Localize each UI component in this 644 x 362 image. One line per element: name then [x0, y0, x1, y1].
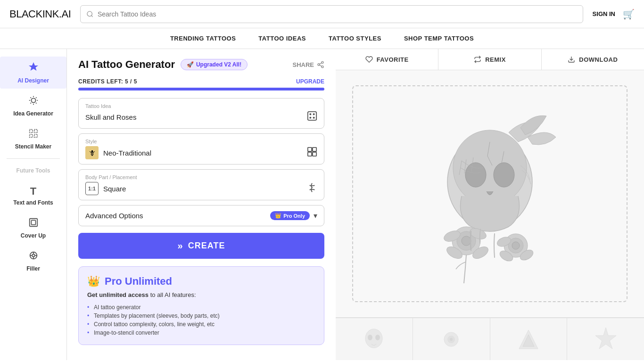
style-picker-icon[interactable] [307, 147, 317, 159]
thumbnail-3[interactable] [490, 318, 568, 360]
body-picker-icon[interactable] [307, 182, 317, 195]
tattoo-idea-field[interactable]: Tattoo Idea Skull and Roses [78, 98, 324, 129]
svg-line-9 [36, 98, 36, 98]
svg-point-24 [322, 66, 323, 68]
credits-row: CREDITS LEFT: 5 / 5 UPGRADE [78, 78, 324, 85]
pro-only-label: Pro Only [283, 213, 305, 219]
svg-point-63 [375, 335, 380, 340]
nav-item-styles[interactable]: TATTOO STYLES [329, 35, 381, 42]
body-part-label: Body Part / Placement [85, 174, 317, 180]
svg-rect-15 [31, 220, 35, 224]
svg-point-29 [314, 114, 314, 115]
pro-card-header: 👑 Pro Unlimited [87, 275, 315, 288]
advanced-options-label: Advanced Options [85, 212, 143, 220]
sidebar-item-filler[interactable]: Filler [0, 246, 66, 277]
sidebar-item-idea-generator[interactable]: Idea Generator [0, 90, 66, 122]
share-label: SHARE [292, 61, 314, 68]
heart-icon [365, 56, 373, 63]
sidebar-item-cover-up[interactable]: Cover Up [0, 213, 66, 244]
svg-rect-14 [29, 219, 37, 227]
favorite-label: FAVORITE [377, 56, 409, 63]
svg-rect-13 [34, 134, 37, 137]
share-button[interactable]: SHARE [292, 61, 324, 68]
svg-point-22 [322, 61, 323, 63]
sidebar-item-future-tools: Future Tools [0, 163, 66, 179]
create-arrows-icon: » [178, 240, 183, 251]
upgrade-link[interactable]: UPGRADE [296, 78, 324, 85]
svg-rect-34 [308, 147, 312, 151]
svg-rect-11 [34, 130, 37, 132]
pro-subtitle-bold: Get unlimited access [87, 291, 149, 298]
svg-rect-27 [308, 112, 316, 120]
logo-black: BLACK [9, 8, 42, 20]
create-button[interactable]: » CREATE [78, 233, 324, 259]
create-label: CREATE [188, 241, 225, 251]
thumbnail-1[interactable] [336, 318, 413, 360]
style-row: 🗡 Neo-Traditional [85, 146, 317, 159]
svg-point-50 [462, 236, 471, 246]
thumbnail-4[interactable] [567, 318, 644, 360]
svg-point-16 [32, 254, 35, 257]
remix-button[interactable]: REMIX [438, 49, 541, 70]
svg-point-62 [368, 335, 372, 340]
advanced-options-row[interactable]: Advanced Options 👑 Pro Only ▾ [78, 205, 324, 226]
svg-line-7 [36, 103, 36, 103]
sidebar-item-text-fonts[interactable]: T Text and Fonts [0, 181, 66, 211]
svg-rect-12 [29, 134, 32, 137]
favorite-button[interactable]: FAVORITE [336, 49, 438, 70]
pro-title: Pro Unlimited [105, 275, 172, 288]
filler-icon [28, 250, 39, 263]
page-title: AI Tattoo Generator [78, 58, 175, 71]
svg-point-57 [512, 242, 520, 249]
page-title-row: AI Tattoo Generator 🚀 Upgraded V2 All! S… [78, 58, 324, 71]
header: BLACKINK.AI SIGN IN 🛒 [0, 0, 644, 28]
square-icon: 1:1 [85, 182, 99, 195]
sidebar-item-ai-designer-label: AI Designer [17, 77, 49, 84]
main-nav: TRENDING TATTOOS TATTOO IDEAS TATTOO STY… [0, 28, 644, 49]
sign-in-link[interactable]: SIGN IN [593, 10, 615, 17]
pro-feature-1: AI tattoo generator [87, 303, 315, 312]
stencil-maker-icon [28, 128, 39, 141]
pro-card: 👑 Pro Unlimited Get unlimited access to … [78, 266, 324, 345]
sidebar-item-future-tools-label: Future Tools [17, 167, 50, 174]
sidebar: AI Designer Idea Generator Stencil Maker… [0, 49, 67, 360]
svg-point-28 [310, 114, 311, 115]
left-panel: AI Tattoo Generator 🚀 Upgraded V2 All! S… [67, 49, 336, 360]
tattoo-artwork [400, 95, 579, 293]
download-button[interactable]: DOWNLOAD [542, 49, 644, 70]
style-field[interactable]: Style 🗡 Neo-Traditional [78, 133, 324, 165]
svg-rect-35 [313, 147, 316, 151]
svg-line-6 [30, 98, 31, 98]
sidebar-item-ai-designer[interactable]: AI Designer [0, 57, 66, 89]
search-icon [86, 10, 94, 18]
pro-feature-4: Image-to-stencil converter [87, 329, 315, 337]
search-input[interactable] [98, 10, 577, 18]
svg-rect-37 [313, 152, 316, 156]
svg-point-0 [87, 11, 92, 16]
download-label: DOWNLOAD [579, 56, 618, 63]
style-thumbnail: 🗡 [85, 146, 99, 159]
share-icon [317, 61, 324, 68]
svg-point-1 [31, 98, 35, 102]
nav-item-shop[interactable]: SHOP TEMP TATTOOS [404, 35, 474, 42]
sidebar-item-text-fonts-label: Text and Fonts [13, 199, 53, 206]
svg-text:🗡: 🗡 [88, 149, 96, 157]
nav-item-trending[interactable]: TRENDING TATTOOS [170, 35, 236, 42]
progress-bar-wrap [78, 88, 324, 90]
crown-icon: 👑 [275, 213, 281, 219]
nav-item-ideas[interactable]: TATTOO IDEAS [258, 35, 306, 42]
advanced-right: 👑 Pro Only ▾ [270, 211, 317, 220]
body-part-field[interactable]: Body Part / Placement 1:1 Square [78, 169, 324, 200]
thumbnail-2[interactable] [413, 318, 490, 360]
svg-rect-36 [308, 152, 312, 156]
search-bar[interactable] [80, 5, 583, 23]
text-fonts-icon: T [30, 185, 36, 197]
sidebar-item-stencil-maker[interactable]: Stencil Maker [0, 123, 66, 155]
progress-bar-fill [78, 88, 324, 90]
dice-icon[interactable] [307, 111, 317, 123]
style-label: Style [85, 139, 317, 144]
cart-icon[interactable]: 🛒 [623, 8, 635, 20]
svg-rect-10 [29, 130, 32, 132]
tattoo-idea-label: Tattoo Idea [85, 103, 317, 109]
pro-features-list: AI tattoo generator Templates by placeme… [87, 303, 315, 337]
